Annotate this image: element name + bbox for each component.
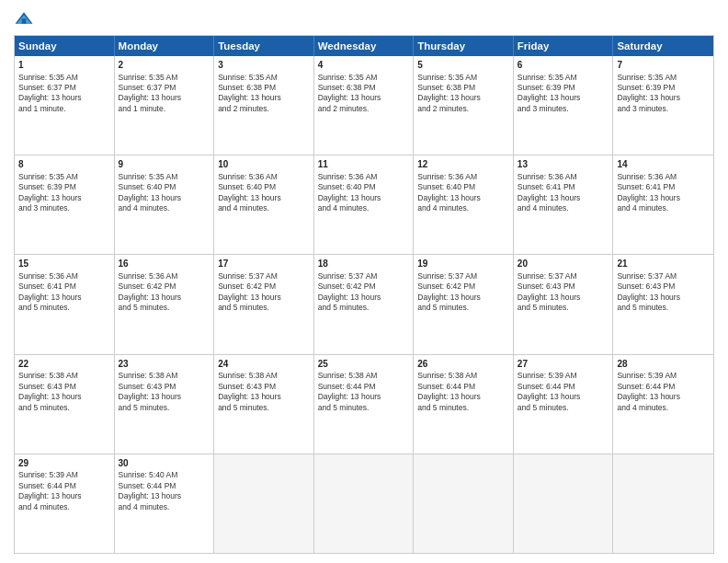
day-cell-4: 4Sunrise: 5:35 AMSunset: 6:38 PMDaylight… — [314, 56, 415, 155]
day-number: 23 — [119, 358, 210, 371]
day-info-line: Sunrise: 5:35 AM — [318, 73, 410, 83]
day-info-line: Sunrise: 5:37 AM — [417, 271, 509, 282]
day-info-line: Daylight: 13 hours — [218, 193, 310, 203]
day-cell-6: 6Sunrise: 5:35 AMSunset: 6:39 PMDaylight… — [514, 56, 614, 155]
day-info-line: Sunset: 6:43 PM — [518, 282, 609, 292]
day-info-line: and 5 minutes. — [18, 403, 110, 413]
day-cell-25: 25Sunrise: 5:38 AMSunset: 6:44 PMDayligh… — [314, 355, 415, 454]
day-info-line: Sunset: 6:43 PM — [119, 382, 210, 392]
day-cell-7: 7Sunrise: 5:35 AMSunset: 6:39 PMDaylight… — [613, 56, 713, 155]
day-info-line: Daylight: 13 hours — [417, 93, 509, 103]
day-number: 16 — [119, 258, 210, 270]
day-info-line: Sunrise: 5:38 AM — [18, 371, 110, 381]
day-info-line: and 5 minutes. — [417, 403, 509, 413]
day-number: 26 — [417, 358, 509, 371]
day-info-line: Sunset: 6:43 PM — [18, 382, 110, 392]
day-cell-24: 24Sunrise: 5:38 AMSunset: 6:43 PMDayligh… — [214, 355, 314, 454]
day-cell-2: 2Sunrise: 5:35 AMSunset: 6:37 PMDaylight… — [115, 56, 215, 155]
day-info-line: Sunset: 6:44 PM — [18, 481, 110, 491]
day-info-line: Sunrise: 5:39 AM — [18, 470, 110, 480]
day-info-line: and 2 minutes. — [318, 104, 410, 114]
day-info-line: Sunset: 6:40 PM — [417, 182, 509, 192]
day-info-line: and 5 minutes. — [318, 403, 410, 413]
day-number: 20 — [518, 258, 609, 270]
day-info-line: Sunrise: 5:38 AM — [318, 371, 410, 381]
day-number: 15 — [18, 258, 110, 270]
day-number: 21 — [617, 258, 710, 270]
empty-cell-4-5 — [514, 454, 614, 553]
day-cell-16: 16Sunrise: 5:36 AMSunset: 6:42 PMDayligh… — [115, 255, 215, 353]
day-info-line: Sunset: 6:43 PM — [617, 282, 710, 292]
day-info-line: Sunrise: 5:36 AM — [318, 172, 410, 182]
weekday-header-sunday: Sunday — [15, 36, 115, 56]
day-info-line: Sunset: 6:44 PM — [119, 481, 210, 491]
empty-cell-4-4 — [414, 454, 514, 553]
day-cell-19: 19Sunrise: 5:37 AMSunset: 6:42 PMDayligh… — [414, 255, 514, 353]
day-info-line: Sunrise: 5:36 AM — [119, 271, 210, 282]
day-cell-28: 28Sunrise: 5:39 AMSunset: 6:44 PMDayligh… — [613, 355, 713, 454]
day-info-line: Sunset: 6:40 PM — [318, 182, 410, 192]
day-info-line: Sunset: 6:40 PM — [218, 182, 310, 192]
day-info-line: Daylight: 13 hours — [119, 93, 210, 103]
day-cell-5: 5Sunrise: 5:35 AMSunset: 6:38 PMDaylight… — [414, 56, 514, 155]
day-number: 4 — [318, 59, 410, 72]
day-info-line: Sunset: 6:38 PM — [318, 83, 410, 93]
day-number: 9 — [119, 158, 210, 171]
day-cell-14: 14Sunrise: 5:36 AMSunset: 6:41 PMDayligh… — [613, 155, 713, 254]
day-info-line: Sunset: 6:41 PM — [518, 182, 609, 192]
day-info-line: and 4 minutes. — [617, 203, 710, 213]
header — [14, 9, 714, 29]
day-cell-8: 8Sunrise: 5:35 AMSunset: 6:39 PMDaylight… — [15, 155, 115, 254]
day-info-line: Daylight: 13 hours — [318, 93, 410, 103]
day-cell-13: 13Sunrise: 5:36 AMSunset: 6:41 PMDayligh… — [514, 155, 614, 254]
day-info-line: Sunset: 6:44 PM — [417, 382, 509, 392]
day-info-line: and 5 minutes. — [518, 303, 609, 313]
day-info-line: Daylight: 13 hours — [318, 293, 410, 303]
calendar-row-3: 15Sunrise: 5:36 AMSunset: 6:41 PMDayligh… — [15, 254, 713, 353]
empty-cell-4-6 — [613, 454, 713, 553]
day-info-line: and 4 minutes. — [119, 502, 210, 512]
day-cell-3: 3Sunrise: 5:35 AMSunset: 6:38 PMDaylight… — [214, 56, 314, 155]
logo — [14, 9, 37, 29]
day-number: 5 — [417, 59, 509, 72]
day-number: 2 — [119, 59, 210, 72]
day-info-line: Sunrise: 5:35 AM — [518, 73, 609, 83]
day-info-line: Sunrise: 5:36 AM — [518, 172, 609, 182]
day-number: 25 — [318, 358, 410, 371]
day-info-line: Sunrise: 5:37 AM — [318, 271, 410, 282]
day-number: 13 — [518, 158, 609, 171]
empty-cell-4-3 — [314, 454, 415, 553]
day-info-line: Sunrise: 5:35 AM — [119, 172, 210, 182]
day-info-line: Sunset: 6:43 PM — [218, 382, 310, 392]
logo-icon — [14, 9, 34, 29]
day-number: 3 — [218, 59, 310, 72]
calendar-row-1: 1Sunrise: 5:35 AMSunset: 6:37 PMDaylight… — [15, 56, 713, 155]
day-info-line: Daylight: 13 hours — [518, 193, 609, 203]
day-cell-30: 30Sunrise: 5:40 AMSunset: 6:44 PMDayligh… — [115, 454, 215, 553]
day-info-line: and 5 minutes. — [518, 403, 609, 413]
day-info-line: Sunrise: 5:35 AM — [617, 73, 710, 83]
day-info-line: Sunset: 6:44 PM — [518, 382, 609, 392]
day-info-line: and 5 minutes. — [218, 403, 310, 413]
day-info-line: and 3 minutes. — [518, 104, 609, 114]
day-info-line: Sunset: 6:39 PM — [518, 83, 609, 93]
day-number: 17 — [218, 258, 310, 270]
day-info-line: Sunrise: 5:35 AM — [417, 73, 509, 83]
day-info-line: Daylight: 13 hours — [318, 193, 410, 203]
day-info-line: Daylight: 13 hours — [417, 193, 509, 203]
day-info-line: Sunrise: 5:36 AM — [617, 172, 710, 182]
day-info-line: and 4 minutes. — [119, 203, 210, 213]
day-number: 22 — [18, 358, 110, 371]
day-info-line: Sunrise: 5:35 AM — [218, 73, 310, 83]
day-number: 7 — [617, 59, 710, 72]
day-info-line: Sunrise: 5:35 AM — [119, 73, 210, 83]
day-info-line: Sunrise: 5:36 AM — [417, 172, 509, 182]
day-cell-20: 20Sunrise: 5:37 AMSunset: 6:43 PMDayligh… — [514, 255, 614, 353]
day-cell-17: 17Sunrise: 5:37 AMSunset: 6:42 PMDayligh… — [214, 255, 314, 353]
day-info-line: Sunrise: 5:40 AM — [119, 470, 210, 480]
day-info-line: Sunset: 6:39 PM — [617, 83, 710, 93]
day-info-line: and 5 minutes. — [218, 303, 310, 313]
day-cell-9: 9Sunrise: 5:35 AMSunset: 6:40 PMDaylight… — [115, 155, 215, 254]
day-cell-11: 11Sunrise: 5:36 AMSunset: 6:40 PMDayligh… — [314, 155, 415, 254]
day-info-line: Sunset: 6:37 PM — [119, 83, 210, 93]
